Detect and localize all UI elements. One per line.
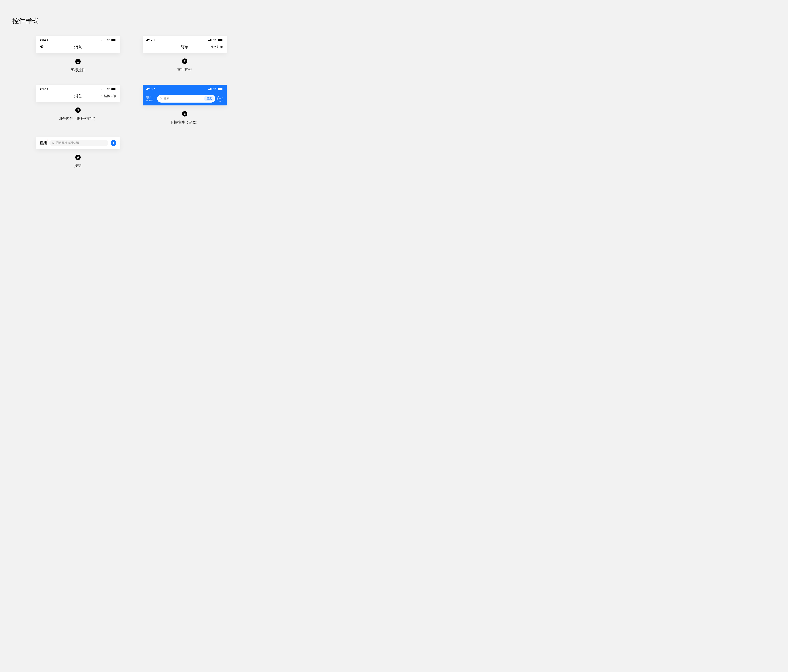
search-placeholder: 搜索	[164, 97, 203, 100]
status-bar: 4:13	[143, 85, 227, 92]
search-bar[interactable]: 通俗易懂金融知识	[49, 140, 108, 146]
svg-rect-19	[103, 88, 104, 90]
svg-rect-15	[218, 39, 222, 41]
clear-unread-button[interactable]: 清除未读	[100, 94, 116, 98]
svg-rect-23	[116, 89, 116, 89]
sample-number: 4	[182, 111, 187, 117]
svg-line-32	[162, 99, 162, 100]
gear-icon[interactable]	[40, 45, 44, 49]
sample-icon-control: 4:34 消息 1	[31, 36, 125, 73]
svg-point-7	[41, 46, 42, 47]
sample-dropdown-control: 4:13 杭州 晴 13°C	[138, 85, 232, 125]
svg-rect-12	[210, 39, 211, 41]
status-bar: 4:17	[36, 85, 120, 92]
wifi-icon	[106, 39, 110, 41]
live-label: 直播	[40, 141, 47, 145]
sample-caption: 图标控件	[71, 68, 85, 73]
weather-text: 晴 13°C	[146, 99, 155, 102]
svg-rect-3	[105, 39, 105, 41]
sample-button-control: 直播 通俗易懂金融知识 5 按钮	[31, 137, 125, 168]
plus-icon	[219, 97, 222, 100]
battery-icon	[218, 39, 223, 41]
sample-number: 2	[182, 59, 187, 64]
location-arrow-icon	[46, 39, 49, 41]
chevron-down-icon	[153, 96, 155, 98]
svg-line-36	[54, 143, 55, 144]
svg-rect-5	[111, 39, 115, 41]
svg-rect-30	[222, 89, 223, 89]
sample-combo-control: 4:17 消息 清除未读 3 组合控件（图标+文字）	[31, 85, 125, 125]
svg-rect-17	[102, 89, 102, 90]
svg-point-35	[52, 142, 54, 144]
sample-caption: 按钮	[74, 163, 82, 168]
signal-icon	[102, 39, 105, 41]
location-arrow-icon	[46, 88, 49, 90]
svg-rect-25	[209, 89, 210, 90]
clear-unread-label: 清除未读	[104, 94, 116, 98]
battery-icon	[111, 39, 116, 41]
status-time: 4:17	[146, 38, 153, 42]
status-time: 4:34	[40, 38, 46, 42]
plus-icon[interactable]	[112, 45, 116, 49]
signal-icon	[208, 39, 212, 41]
svg-rect-0	[102, 40, 102, 41]
location-name: 杭州	[146, 95, 153, 99]
sample-caption: 组合控件（图标+文字）	[59, 116, 98, 121]
svg-rect-20	[105, 88, 105, 90]
battery-icon	[218, 88, 223, 90]
signal-icon	[208, 88, 212, 90]
broom-icon	[100, 94, 103, 98]
add-button[interactable]	[217, 96, 223, 101]
status-time: 4:17	[40, 87, 46, 91]
sample-number: 5	[75, 155, 81, 160]
live-badge[interactable]: 直播	[40, 141, 47, 146]
search-icon	[160, 97, 162, 100]
svg-rect-6	[116, 40, 116, 40]
svg-rect-26	[210, 88, 211, 90]
svg-rect-22	[111, 88, 115, 90]
location-arrow-icon	[153, 39, 155, 41]
location-dropdown[interactable]: 杭州 晴 13°C	[146, 95, 155, 102]
search-placeholder: 通俗易懂金融知识	[56, 141, 107, 145]
live-dot-icon	[46, 139, 48, 141]
page-title: 控件样式	[12, 16, 250, 25]
search-icon	[52, 141, 55, 144]
search-bar[interactable]: 搜索 搜索	[157, 95, 215, 103]
svg-rect-10	[208, 40, 209, 41]
signal-icon	[102, 88, 105, 90]
svg-rect-13	[211, 39, 212, 41]
wifi-icon	[213, 39, 216, 41]
nav-title: 订单	[181, 44, 188, 49]
nav-title: 消息	[74, 94, 82, 98]
svg-rect-11	[209, 40, 210, 41]
wifi-icon	[106, 88, 110, 90]
search-button[interactable]: 搜索	[204, 96, 214, 101]
battery-icon	[111, 88, 116, 90]
nav-title: 消息	[74, 45, 82, 50]
sample-caption: 文字控件	[177, 67, 192, 72]
status-time: 4:13	[146, 87, 153, 91]
svg-rect-18	[103, 89, 103, 90]
wifi-icon	[213, 88, 216, 90]
add-button[interactable]	[111, 140, 116, 146]
plus-icon	[112, 141, 115, 144]
svg-point-31	[160, 98, 162, 99]
location-arrow-icon	[153, 88, 155, 90]
service-order-link[interactable]: 服务订单	[211, 45, 223, 49]
sample-caption: 下拉控件（定位）	[170, 120, 199, 125]
svg-rect-24	[208, 89, 209, 90]
svg-rect-29	[218, 88, 222, 90]
sample-number: 3	[75, 108, 81, 113]
status-bar: 4:34	[36, 36, 120, 43]
svg-rect-1	[103, 40, 103, 41]
sample-number: 1	[75, 59, 81, 64]
sample-text-control: 4:17 订单 服务订单 2 文字控件	[138, 36, 232, 73]
status-bar: 4:17	[143, 36, 227, 43]
svg-rect-27	[211, 88, 212, 90]
svg-rect-2	[103, 39, 104, 41]
svg-rect-16	[222, 40, 223, 40]
